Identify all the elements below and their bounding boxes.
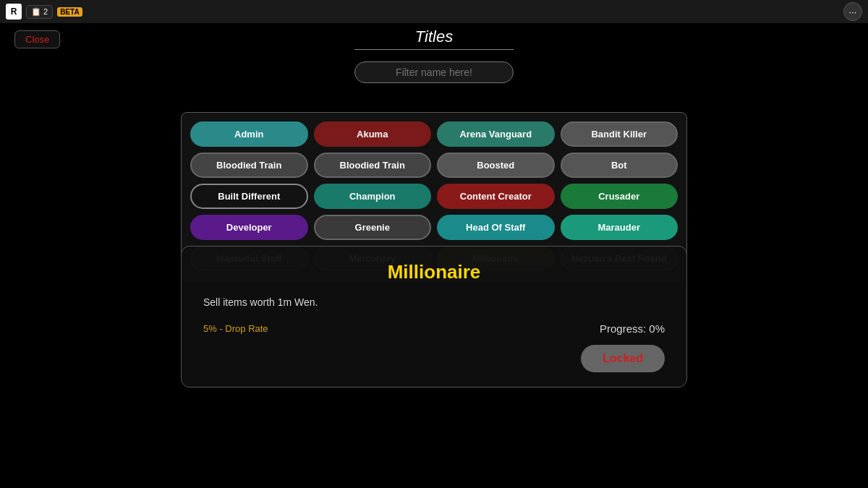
close-button[interactable]: Close — [14, 30, 60, 48]
detail-footer: 5% - Drop Rate Progress: 0% — [203, 322, 665, 335]
filter-input[interactable] — [354, 61, 514, 83]
title-btn-content-creator[interactable]: Content Creator — [437, 184, 555, 209]
drop-rate: 5% - Drop Rate — [203, 323, 268, 334]
detail-title: Millionaire — [203, 261, 665, 283]
progress-text: Progress: 0% — [600, 322, 665, 335]
beta-badge: BETA — [57, 7, 82, 17]
title-btn-bloodied-train[interactable]: Bloodied Train — [190, 153, 308, 178]
detail-panel: Millionaire Sell items worth 1m Wen. 5% … — [181, 246, 687, 388]
notification-badge[interactable]: 📋 2 — [26, 5, 53, 19]
title-btn-bloodied-train[interactable]: Bloodied Train — [314, 153, 432, 178]
title-btn-greenie[interactable]: Greenie — [314, 215, 432, 240]
title-btn-developer[interactable]: Developer — [190, 215, 308, 240]
title-underline — [354, 49, 514, 50]
notification-count: 2 — [43, 7, 48, 16]
title-btn-bot[interactable]: Bot — [561, 153, 678, 178]
top-bar: R 📋 2 BETA ··· — [0, 0, 868, 23]
notification-icon: 📋 — [31, 7, 41, 17]
title-btn-bandit-killer[interactable]: Bandit Killer — [561, 121, 678, 147]
page-title: Titles — [415, 27, 453, 46]
title-btn-head-of-staff[interactable]: Head Of Staff — [437, 215, 555, 240]
title-btn-marauder[interactable]: Marauder — [561, 215, 678, 240]
locked-button[interactable]: Locked — [581, 345, 665, 372]
title-btn-arena-vanguard[interactable]: Arena Vanguard — [437, 121, 555, 147]
roblox-logo: R — [6, 4, 22, 20]
detail-description: Sell items worth 1m Wen. — [203, 296, 665, 308]
title-btn-crusader[interactable]: Crusader — [561, 184, 678, 209]
title-btn-built-different[interactable]: Built Different — [190, 184, 308, 209]
title-btn-champion[interactable]: Champion — [314, 184, 432, 209]
title-btn-admin[interactable]: Admin — [190, 121, 308, 147]
more-button[interactable]: ··· — [843, 2, 862, 21]
title-btn-boosted[interactable]: Boosted — [437, 153, 555, 178]
title-btn-akuma[interactable]: Akuma — [314, 121, 432, 147]
